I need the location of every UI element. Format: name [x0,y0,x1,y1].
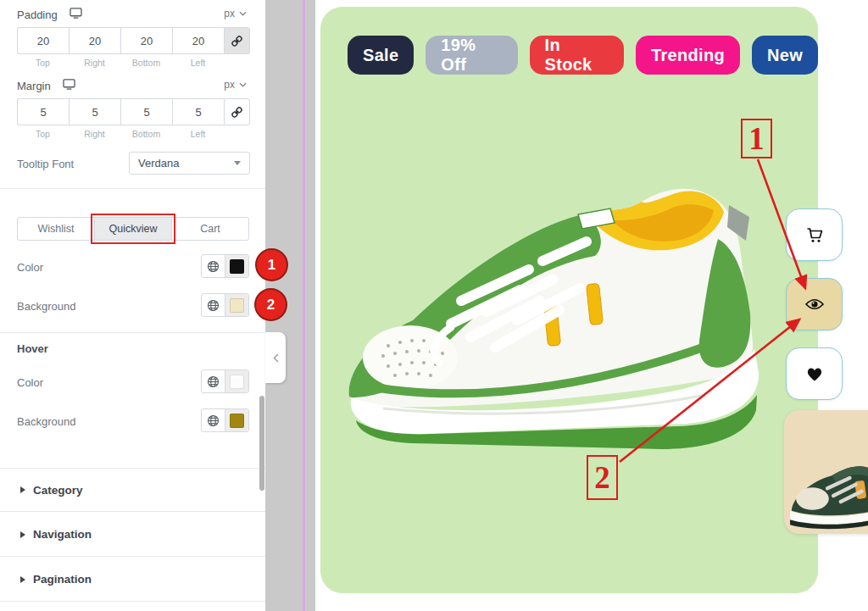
margin-left-label: Left [172,129,224,139]
quickview-background-label: Background [17,300,75,313]
globe-icon [207,260,220,273]
badge-trending: Trending [636,36,740,75]
hover-section-heading: Hover [17,342,48,355]
margin-top-input[interactable] [17,98,69,125]
padding-unit-label: px [224,8,235,19]
padding-bottom-input[interactable] [120,27,172,54]
product-card: Sale 19% Off In Stock Trending New [320,7,818,593]
padding-top-label: Top [17,58,69,68]
annotation-badge-2: 2 [254,288,287,321]
product-image-sneaker [332,161,773,462]
annotation-badge-1: 1 [255,248,288,281]
padding-right-input[interactable] [69,27,120,54]
margin-link-values-button[interactable] [224,98,250,125]
margin-unit-label: px [224,79,235,91]
hover-color-control[interactable] [201,369,249,393]
callout-step-2: 2 [587,455,618,500]
wishlist-button[interactable] [786,347,843,400]
padding-bottom-label: Bottom [120,58,172,68]
tooltip-font-label: Tooltip Font [17,158,74,170]
padding-left-label: Left [172,58,224,68]
tab-cart[interactable]: Cart [172,218,248,240]
hover-color-swatch[interactable] [230,375,244,389]
padding-label: Padding [17,8,58,21]
accordion-navigation-label: Navigation [33,528,92,541]
padding-right-label: Right [69,58,120,68]
callout-step-1: 1 [741,119,772,158]
globe-icon [207,414,220,427]
badge-stock: In Stock [530,36,625,75]
device-monitor-icon[interactable] [63,78,75,93]
background-swatch[interactable] [230,298,244,313]
thumbnail-sneaker-image [784,446,868,534]
quickview-color-label: Color [17,261,43,274]
cart-icon [804,225,825,245]
tooltip-font-value: Verdana [138,157,179,169]
margin-right-label: Right [69,129,120,139]
caret-right-icon [20,576,25,583]
padding-unit-select[interactable]: px [224,8,247,19]
accordion-category[interactable]: Category [0,468,265,512]
button-tabs: Wishlist Quickview Cart [17,217,249,241]
product-thumbnail[interactable] [784,410,868,534]
divider [0,332,265,333]
hover-background-control[interactable] [201,408,249,432]
globe-icon [207,375,220,388]
link-icon [231,35,243,47]
link-icon [231,106,243,119]
tab-quickview[interactable]: Quickview [95,218,172,240]
chevron-down-icon [239,11,247,16]
margin-right-input[interactable] [69,98,120,125]
hover-background-swatch[interactable] [230,414,244,428]
heart-icon [805,365,824,382]
chevron-left-icon [273,353,279,363]
padding-link-values-button[interactable] [224,27,250,54]
margin-bottom-input[interactable] [120,98,172,125]
accordion-navigation[interactable]: Navigation [0,513,265,557]
padding-left-input[interactable] [172,27,224,54]
hover-background-label: Background [17,415,75,428]
badge-discount: 19% Off [426,36,517,75]
badge-sale: Sale [348,36,414,75]
accordion-category-label: Category [33,484,83,497]
add-to-cart-button[interactable] [786,208,843,261]
eye-icon [804,297,825,312]
caret-right-icon [20,531,25,538]
panel-scrollbar[interactable] [259,396,264,491]
drag-guide-line [303,0,305,611]
product-badges: Sale 19% Off In Stock Trending New [348,36,818,75]
padding-top-input[interactable] [17,27,69,54]
accordion-pagination-label: Pagination [33,573,92,586]
margin-left-input[interactable] [172,98,224,125]
product-action-buttons [786,208,843,400]
color-swatch[interactable] [230,259,244,274]
chevron-down-icon [234,161,241,165]
quickview-background-control[interactable] [201,293,249,317]
margin-bottom-label: Bottom [120,129,172,139]
margin-unit-select[interactable]: px [224,79,247,91]
globe-icon [207,299,220,312]
hover-color-label: Color [17,376,43,389]
margin-label: Margin [17,80,51,92]
tab-wishlist[interactable]: Wishlist [18,218,95,240]
caret-right-icon [20,486,25,493]
quickview-color-control[interactable] [201,254,249,278]
divider [0,188,265,189]
accordion-pagination[interactable]: Pagination [0,558,265,602]
settings-panel: Padding px Top Right Bottom Left Margin … [0,0,265,611]
margin-top-label: Top [17,129,69,139]
panel-collapse-toggle[interactable] [265,332,286,383]
tooltip-font-select[interactable]: Verdana [129,152,250,175]
badge-new: New [752,36,818,75]
chevron-down-icon [239,82,247,87]
preview-canvas: Sale 19% Off In Stock Trending New [315,0,868,611]
device-monitor-icon[interactable] [70,7,82,22]
quickview-button[interactable] [786,278,843,330]
